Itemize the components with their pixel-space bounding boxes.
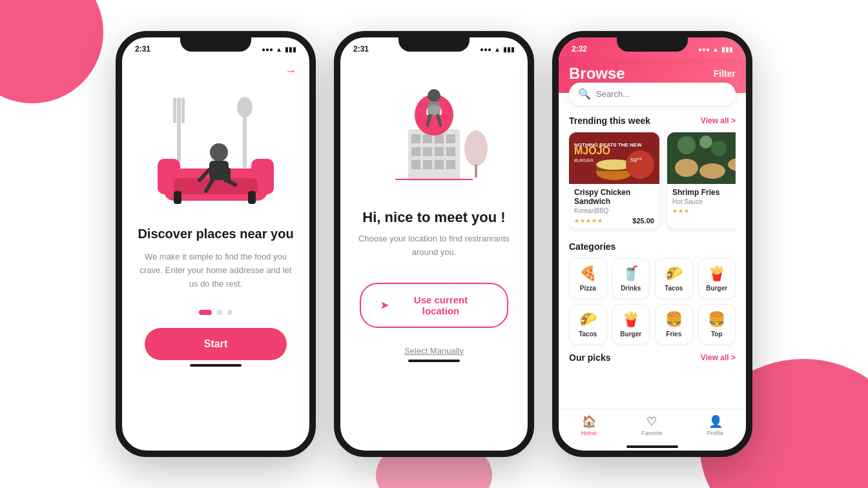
svg-rect-37	[428, 101, 440, 116]
svg-rect-23	[411, 147, 420, 156]
svg-point-31	[464, 130, 488, 167]
trending-card-1[interactable]: NOTHING BEATS THE NEW MJOJO BURGER 59⁹⁹	[569, 132, 659, 229]
phone-3: 2:32 ●●● ▲ ▮▮▮ Browse Filter 🔍 Trending …	[552, 31, 752, 457]
bottom-nav: 🏠 Home ♡ Favorite 👤 Profile	[559, 409, 746, 442]
phone1-content: →	[122, 58, 309, 451]
dot-2	[217, 310, 222, 315]
wifi-icon-2: ▲	[494, 46, 501, 53]
notch-2	[398, 37, 470, 52]
phone-2: 2:31 ●●● ▲ ▮▮▮	[334, 31, 534, 457]
card-image-2	[667, 132, 736, 184]
svg-text:MJOJO: MJOJO	[574, 145, 610, 156]
tacos2-label: Tacos	[579, 330, 597, 338]
battery-icon: ▮▮▮	[285, 46, 296, 53]
svg-text:BURGER: BURGER	[574, 158, 594, 163]
view-all-picks[interactable]: View all >	[701, 353, 736, 362]
drinks-emoji: 🥤	[622, 265, 639, 282]
svg-rect-11	[209, 161, 229, 180]
svg-point-51	[677, 136, 696, 154]
our-picks-title: Our picks	[569, 352, 611, 363]
card-image-1: NOTHING BEATS THE NEW MJOJO BURGER 59⁹⁹	[569, 132, 659, 184]
svg-rect-27	[411, 160, 420, 169]
profile-nav-label: Profile	[707, 430, 724, 436]
card-body-2: Shrimp Fries Hot Sauce ★★★	[667, 184, 736, 218]
category-tacos[interactable]: 🌮 Tacos	[655, 258, 693, 299]
svg-rect-20	[423, 134, 432, 143]
card-stars-2: ★★★	[672, 208, 690, 214]
time-3: 2:32	[572, 45, 587, 54]
battery-icon-3: ▮▮▮	[721, 46, 733, 53]
battery-icon-2: ▮▮▮	[503, 46, 515, 53]
nav-favorite[interactable]: ♡ Favorite	[641, 414, 663, 436]
status-icons-2: ●●● ▲ ▮▮▮	[480, 46, 515, 53]
phone2-description: Choose your location to find restranrant…	[356, 232, 512, 259]
home-icon: 🏠	[582, 414, 596, 429]
browse-scroll: Trending this week View all > NOTHING BE…	[559, 110, 746, 409]
category-top[interactable]: 🍔 Top	[698, 304, 736, 345]
nav-home[interactable]: 🏠 Home	[581, 414, 597, 436]
signal-icon-2: ●●●	[480, 46, 491, 53]
svg-point-55	[699, 163, 725, 179]
card-name-2: Shrimp Fries	[672, 188, 736, 197]
notch-1	[180, 37, 251, 52]
svg-rect-3	[178, 110, 181, 123]
home-indicator-3	[626, 445, 678, 448]
card-name-1: Crispy Chicken Sandwich	[574, 188, 654, 206]
category-fries[interactable]: 🍟 Burger	[612, 304, 650, 345]
svg-point-54	[675, 159, 698, 177]
filter-button[interactable]: Filter	[714, 68, 736, 79]
dot-1	[199, 310, 212, 315]
svg-point-52	[699, 136, 712, 148]
svg-point-48	[626, 150, 654, 179]
svg-rect-19	[411, 134, 420, 143]
trending-card-2[interactable]: Shrimp Fries Hot Sauce ★★★	[667, 132, 736, 229]
favorite-icon: ♡	[646, 414, 657, 429]
phones-container: 2:31 ●●● ▲ ▮▮▮ →	[0, 0, 868, 488]
start-button[interactable]: Start	[145, 328, 287, 360]
svg-rect-32	[475, 165, 477, 178]
wifi-icon-3: ▲	[712, 46, 719, 53]
category-drinks[interactable]: 🥤 Drinks	[612, 258, 650, 299]
category-fries2[interactable]: 🍔 Fries	[655, 304, 693, 345]
browse-title: Browse	[569, 65, 625, 83]
phone1-title: Discover places near you	[138, 227, 293, 241]
category-burger[interactable]: 🍟 Burger	[698, 258, 736, 299]
svg-rect-28	[423, 160, 432, 169]
home-indicator-1	[190, 364, 242, 367]
phone2-title: Hi, nice to meet you !	[362, 209, 505, 226]
fries2-label: Fries	[666, 330, 681, 338]
search-input[interactable]	[596, 89, 727, 99]
category-tacos2[interactable]: 🌮 Tacos	[569, 304, 607, 345]
trending-cards: NOTHING BEATS THE NEW MJOJO BURGER 59⁹⁹	[569, 132, 736, 234]
categories-grid: 🍕 Pizza 🥤 Drinks 🌮 Tacos 🍟 Burger	[569, 258, 736, 345]
phone3-content: Browse Filter 🔍 Trending this week View …	[559, 58, 746, 451]
svg-rect-22	[446, 134, 455, 143]
top-emoji: 🍔	[708, 311, 725, 328]
svg-rect-26	[446, 147, 455, 156]
category-pizza[interactable]: 🍕 Pizza	[569, 258, 607, 299]
svg-rect-17	[248, 191, 256, 204]
search-bar[interactable]: 🔍	[569, 83, 736, 105]
categories-title: Categories	[569, 241, 615, 252]
card-sub-1: KoreanBBQ	[574, 207, 654, 214]
trending-title: Trending this week	[569, 116, 650, 126]
time-1: 2:31	[135, 45, 150, 54]
skip-arrow[interactable]: →	[285, 65, 296, 78]
select-manually-button[interactable]: Select Manually	[404, 346, 464, 356]
phone2-content: Hi, nice to meet you ! Choose your locat…	[340, 58, 528, 451]
svg-rect-0	[177, 97, 181, 162]
use-location-button[interactable]: ➤ Use current location	[360, 283, 508, 328]
wifi-icon: ▲	[276, 46, 282, 53]
time-2: 2:31	[353, 45, 369, 54]
view-all-trending[interactable]: View all >	[701, 116, 736, 125]
card-stars-1: ★★★★★	[574, 218, 603, 224]
card-footer-2: ★★★	[672, 208, 736, 214]
svg-rect-25	[435, 147, 444, 156]
pizza-emoji: 🍕	[579, 265, 597, 282]
svg-rect-16	[174, 191, 181, 204]
status-icons-1: ●●● ▲ ▮▮▮	[262, 46, 296, 53]
svg-point-36	[428, 89, 440, 102]
nav-profile[interactable]: 👤 Profile	[707, 414, 724, 436]
svg-point-53	[711, 141, 727, 156]
tacos-emoji: 🌮	[665, 265, 683, 282]
